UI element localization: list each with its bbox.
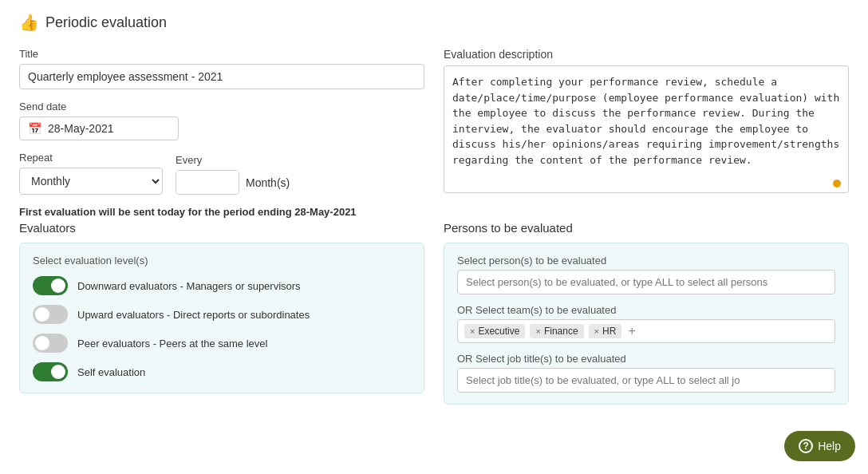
tag-executive-label: Executive [478,326,519,337]
toggle-upward[interactable] [33,305,68,324]
toggle-row-1: Upward evaluators - Direct reports or su… [33,305,411,324]
repeat-row: Repeat Monthly Weekly Quarterly Yearly E… [19,152,424,195]
right-column: Evaluation description After completing … [444,48,849,218]
thumb-icon: 👍 [19,13,39,32]
add-tag-button[interactable]: + [626,324,637,338]
toggle-self-label: Self evaluation [77,366,145,378]
bottom-grid: Evaluators Select evaluation level(s) Do… [19,221,849,405]
toggle-row-0: Downward evaluators - Managers or superv… [33,276,411,295]
eval-desc-textarea[interactable]: After completing your performance review… [444,65,849,193]
send-date-label: Send date [19,101,424,113]
toggle-downward[interactable] [33,276,68,295]
tag-finance-remove[interactable]: × [535,326,540,336]
evaluators-panel-label: Select evaluation level(s) [33,255,411,267]
help-label: Help [818,440,841,452]
info-text: First evaluation will be sent today for … [19,206,424,218]
help-button[interactable]: ? Help [784,431,855,461]
tag-executive-remove[interactable]: × [470,326,475,336]
persons-panel: Select person(s) to be evaluated OR Sele… [444,243,849,405]
title-field-group: Title [19,48,424,89]
help-icon: ? [799,439,813,453]
toggle-downward-label: Downward evaluators - Managers or superv… [77,280,301,292]
toggle-row-2: Peer evaluators - Peers at the same leve… [33,334,411,353]
tag-executive: × Executive [464,324,525,338]
evaluators-section: Evaluators Select evaluation level(s) Do… [19,221,424,405]
title-label: Title [19,48,424,60]
tag-finance-label: Finance [544,326,578,337]
tag-finance: × Finance [530,324,583,338]
evaluators-panel: Select evaluation level(s) Downward eval… [19,243,424,393]
evaluators-title: Evaluators [19,221,424,235]
persons-title: Persons to be evaluated [444,221,849,235]
every-value[interactable] [176,171,239,194]
tag-hr: × HR [589,324,622,338]
repeat-label: Repeat [19,152,163,164]
calendar-icon: 📅 [28,122,41,135]
toggle-upward-label: Upward evaluators - Direct reports or su… [77,309,310,321]
persons-section: Persons to be evaluated Select person(s)… [444,221,849,405]
team-select-label: OR Select team(s) to be evaluated [457,304,835,316]
person-select-input[interactable] [457,270,835,294]
main-grid: Title Send date 📅 28-May-2021 Repeat Mon… [19,48,849,218]
every-group: Every ▲ ▼ Month(s) [176,154,290,195]
title-input[interactable] [19,64,424,89]
send-date-value: 28-May-2021 [48,122,114,135]
repeat-group: Repeat Monthly Weekly Quarterly Yearly [19,152,163,195]
eval-desc-label: Evaluation description [444,48,849,61]
job-select-group: OR Select job title(s) to be evaluated [457,353,835,393]
team-select-group: OR Select team(s) to be evaluated × Exec… [457,304,835,343]
page-header: 👍 Periodic evaluation [19,13,849,32]
every-spinner: ▲ ▼ [176,170,239,195]
send-date-input[interactable]: 📅 28-May-2021 [19,117,179,140]
team-tags-row: × Executive × Finance × HR + [457,319,835,343]
toggle-self[interactable] [33,362,68,381]
person-select-label: Select person(s) to be evaluated [457,255,835,267]
job-select-input[interactable] [457,368,835,393]
page-title: Periodic evaluation [45,14,167,31]
eval-desc-wrapper: After completing your performance review… [444,65,849,196]
left-column: Title Send date 📅 28-May-2021 Repeat Mon… [19,48,424,218]
orange-dot [833,180,841,188]
page-container: 👍 Periodic evaluation Title Send date 📅 … [0,0,868,417]
every-input-wrap: ▲ ▼ Month(s) [176,170,290,195]
toggle-row-3: Self evaluation [33,362,411,381]
job-select-label: OR Select job title(s) to be evaluated [457,353,835,365]
send-date-group: Send date 📅 28-May-2021 [19,101,424,140]
every-unit: Month(s) [246,176,290,189]
toggle-peer[interactable] [33,334,68,353]
person-select-group: Select person(s) to be evaluated [457,255,835,294]
repeat-select[interactable]: Monthly Weekly Quarterly Yearly [19,168,163,195]
every-label: Every [176,154,290,166]
tag-hr-remove[interactable]: × [594,326,599,336]
tag-hr-label: HR [602,326,616,337]
toggle-peer-label: Peer evaluators - Peers at the same leve… [77,338,267,350]
